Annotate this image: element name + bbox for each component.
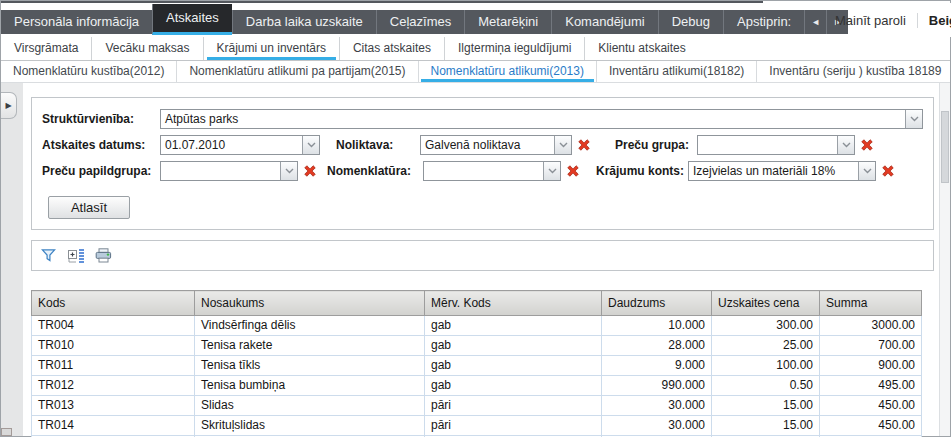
- chevron-down-icon[interactable]: [837, 136, 854, 154]
- chevron-down-icon[interactable]: [543, 162, 560, 180]
- cell-daudzums: 28.000: [602, 336, 712, 356]
- table-row[interactable]: TR011 Tenisa tīkls gab 9.000 100.00 900.…: [32, 356, 922, 376]
- chevron-down-icon[interactable]: [905, 110, 922, 128]
- cell-summa: 450.00: [820, 396, 922, 416]
- cell-summa: 700.00: [820, 336, 922, 356]
- atskaites-datums-label: Atskaites datums:: [42, 138, 160, 152]
- precu-grupa-select[interactable]: [697, 135, 855, 155]
- column-header-summa[interactable]: Summa: [820, 291, 922, 316]
- cell-daudzums: 30.000: [602, 396, 712, 416]
- clear-noliktava-icon[interactable]: [577, 138, 591, 152]
- column-header-merv-kods[interactable]: Mērv. Kods: [425, 291, 602, 316]
- table-header-row: Kods Nosaukums Mērv. Kods Daudzums Uzska…: [32, 291, 922, 316]
- cell-kods: TR014: [32, 416, 195, 436]
- cell-kods: TR004: [32, 316, 195, 336]
- menu-scroll-left-icon[interactable]: ◄: [804, 10, 826, 34]
- cell-summa: 495.00: [820, 376, 922, 396]
- krajumu-konts-label: Krājumu konts:: [596, 164, 688, 178]
- submenu-item-krajumi-un-inventars[interactable]: Krājumi un inventārs: [203, 37, 339, 60]
- chevron-down-icon[interactable]: [280, 162, 297, 180]
- column-header-daudzums[interactable]: Daudzums: [602, 291, 712, 316]
- submenu-item-klientu-atskaites[interactable]: Klientu atskaites: [584, 37, 698, 60]
- table-row[interactable]: TR004 Vindsērfinga dēlis gab 10.000 300.…: [32, 316, 922, 336]
- tab-inventaru-atlikumi-18182[interactable]: Inventāru atlikumi(18182): [596, 61, 756, 82]
- menu-item-metarekini[interactable]: Metarēķini: [464, 10, 551, 34]
- chevron-down-icon[interactable]: [302, 136, 319, 154]
- table-row[interactable]: TR014 Skrituļslidas pāri 30.000 15.00 45…: [32, 416, 922, 436]
- precu-papildgrupa-select[interactable]: [160, 161, 298, 181]
- strukturvieniba-label: Struktūrvienība:: [42, 112, 160, 126]
- result-toolbar: [31, 240, 934, 271]
- change-password-link[interactable]: Mainīt paroli: [824, 13, 917, 28]
- column-header-nosaukums[interactable]: Nosaukums: [195, 291, 425, 316]
- clear-nomenklatura-icon[interactable]: [566, 164, 580, 178]
- atskaites-datums-select[interactable]: 01.07.2010: [160, 135, 320, 155]
- bottom-left-corner-widget: [1, 428, 12, 436]
- cell-summa: 450.00: [820, 416, 922, 436]
- cell-nosaukums: Tenisa tīkls: [195, 356, 425, 376]
- tab-nomenklaturu-atlikumi-pa-partijam-2015[interactable]: Nomenklatūru atlikumi pa partijam(2015): [176, 61, 417, 82]
- chevron-down-icon[interactable]: [858, 162, 875, 180]
- tab-nomenklaturu-kustiba-2012[interactable]: Nomenklatūru kustība(2012): [1, 61, 176, 82]
- cell-summa: 3000.00: [820, 316, 922, 336]
- column-header-kods[interactable]: Kods: [32, 291, 195, 316]
- main-menubar: Personāla informācija Atskaites Darba la…: [1, 10, 848, 34]
- cell-kods: TR012: [32, 376, 195, 396]
- table-row[interactable]: TR013 Slidas pāri 30.000 15.00 450.00: [32, 396, 922, 416]
- filter-icon[interactable]: [41, 248, 56, 263]
- noliktava-label: Noliktava:: [336, 138, 420, 152]
- noliktava-select[interactable]: Galvenā noliktava: [420, 135, 572, 155]
- expand-rows-icon[interactable]: [67, 248, 84, 264]
- results-table-wrap: Kods Nosaukums Mērv. Kods Daudzums Uzska…: [31, 290, 934, 437]
- left-collapsed-panel: ▶: [1, 83, 23, 436]
- menu-item-celazimes[interactable]: Ceļazīmes: [376, 10, 464, 34]
- menu-item-personala-informacija[interactable]: Personāla informācija: [1, 10, 152, 34]
- clear-krajumu-konts-icon[interactable]: [881, 164, 895, 178]
- precu-grupa-label: Preču grupa:: [615, 138, 697, 152]
- cell-daudzums: 30.000: [602, 416, 712, 436]
- strukturvieniba-select[interactable]: Atpūtas parks: [160, 109, 923, 129]
- report-main: Struktūrvienība: Atpūtas parks Atskaites…: [23, 83, 950, 436]
- clear-precu-grupa-icon[interactable]: [860, 138, 874, 152]
- table-row[interactable]: TR010 Tenisa rakete gab 28.000 25.00 700…: [32, 336, 922, 356]
- submenu-item-citas-atskaites[interactable]: Citas atskaites: [339, 37, 444, 60]
- menu-item-apstiprin[interactable]: Apstiprin:: [723, 10, 804, 34]
- cell-daudzums: 10.000: [602, 316, 712, 336]
- cell-kods: TR010: [32, 336, 195, 356]
- cell-uzskaites-cena: 15.00: [712, 396, 820, 416]
- table-row[interactable]: TR012 Tenisa bumbiņa gab 990.000 0.50 49…: [32, 376, 922, 396]
- cell-merv-kods: gab: [425, 356, 602, 376]
- panel-expand-toggle-icon[interactable]: ▶: [1, 92, 17, 119]
- menu-item-atskaites[interactable]: Atskaites: [152, 4, 232, 35]
- chevron-down-icon[interactable]: [554, 136, 571, 154]
- topbar-right-actions: Mainīt paroli Beigt darbu ?: [848, 3, 951, 37]
- menu-item-debug[interactable]: Debug: [658, 10, 723, 34]
- print-icon[interactable]: [95, 248, 112, 263]
- nomenklatura-select[interactable]: [423, 161, 561, 181]
- cell-uzskaites-cena: 15.00: [712, 416, 820, 436]
- cell-uzskaites-cena: 100.00: [712, 356, 820, 376]
- cell-kods: TR013: [32, 396, 195, 416]
- cell-merv-kods: pāri: [425, 396, 602, 416]
- submenu-item-vecaku-maksas[interactable]: Vecāku maksas: [91, 37, 202, 60]
- atlasit-button[interactable]: Atlasīt: [48, 196, 130, 219]
- krajumu-konts-select[interactable]: Izejvielas un materiāli 18%: [688, 161, 876, 181]
- cell-uzskaites-cena: 0.50: [712, 376, 820, 396]
- submenu-item-virsgramata[interactable]: Virsgrāmata: [1, 37, 91, 60]
- cell-daudzums: 9.000: [602, 356, 712, 376]
- column-header-uzskaites-cena[interactable]: Uzskaites cena: [712, 291, 820, 316]
- cell-nosaukums: Tenisa rakete: [195, 336, 425, 356]
- app-window: Personāla informācija Atskaites Darba la…: [0, 0, 951, 437]
- tab-inventaru-seriju-kustiba-18189[interactable]: Inventāru (seriju ) kustība 18189: [756, 61, 951, 82]
- vertical-scrollbar-thumb[interactable]: [941, 111, 949, 183]
- tab-nomenklaturu-atlikumi-2013[interactable]: Nomenklatūru atlikumi(2013): [418, 61, 596, 82]
- menu-item-komandejumi[interactable]: Komandējumi: [551, 10, 658, 34]
- vertical-scrollbar[interactable]: [939, 83, 950, 436]
- submenu-item-ilgtermina-ieguldijumi[interactable]: Ilgtermiņa ieguldījumi: [444, 37, 584, 60]
- cell-nosaukums: Tenisa bumbiņa: [195, 376, 425, 396]
- noliktava-value: Galvenā noliktava: [421, 138, 554, 152]
- submenu-bar: Virsgrāmata Vecāku maksas Krājumi un inv…: [1, 37, 950, 61]
- logout-link[interactable]: Beigt darbu: [917, 13, 951, 28]
- clear-precu-papildgrupa-icon[interactable]: [303, 164, 317, 178]
- menu-item-darba-laika-uzskaite[interactable]: Darba laika uzskaite: [232, 10, 376, 34]
